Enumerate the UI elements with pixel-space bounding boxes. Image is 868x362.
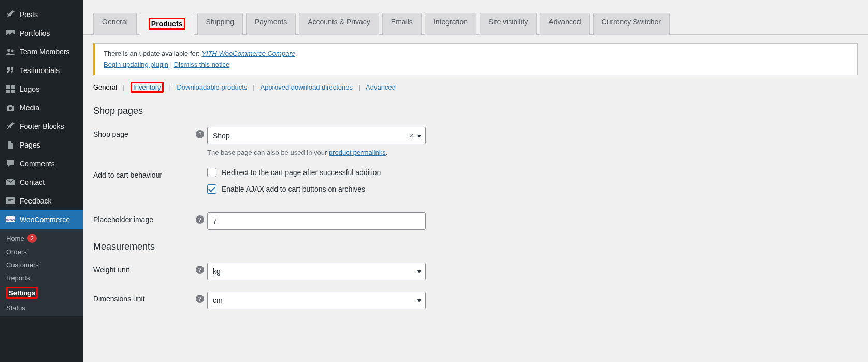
shop-page-description: The base page can also be used in your p… — [207, 149, 518, 156]
sidebar-item-testimonials[interactable]: Testimonials — [0, 61, 83, 80]
tab-accounts-privacy[interactable]: Accounts & Privacy — [299, 13, 379, 35]
row-add-to-cart: Add to cart behaviour Redirect to the ca… — [93, 168, 858, 201]
tab-site-visibility[interactable]: Site visibility — [480, 13, 537, 35]
woocommerce-icon: Woo — [5, 214, 16, 225]
help-icon[interactable]: ? — [196, 295, 204, 303]
checkbox-ajax-row[interactable]: Enable AJAX add to cart buttons on archi… — [207, 184, 518, 194]
svg-rect-4 — [11, 85, 15, 89]
tab-advanced[interactable]: Advanced — [540, 13, 589, 35]
pin-icon — [5, 121, 16, 132]
product-permalinks-link[interactable]: product permalinks — [329, 149, 386, 156]
desc-text: The base page can also be used in your — [207, 149, 329, 156]
tab-currency-switcher[interactable]: Currency Switcher — [593, 13, 670, 35]
sidebar-label: Media — [20, 104, 39, 112]
sidebar-item-feedback[interactable]: Feedback — [0, 192, 83, 210]
label-shop-page: Shop page ? — [93, 127, 207, 138]
clear-icon[interactable]: × — [409, 132, 413, 140]
notice-plugin-link[interactable]: YITH WooCommerce Compare — [201, 50, 295, 57]
admin-sidebar: Posts Portfolios Team Members Testimonia… — [0, 0, 83, 362]
subnav-approved-dirs[interactable]: Approved download directories — [260, 83, 353, 91]
sidebar-sub-home[interactable]: Home 2 — [0, 231, 83, 245]
subnav-sep: | — [167, 83, 173, 91]
comment-icon — [5, 158, 16, 169]
begin-update-link[interactable]: Begin updating plugin — [104, 61, 168, 68]
sidebar-item-team-members[interactable]: Team Members — [0, 42, 83, 61]
weight-unit-select[interactable]: kg ▾ — [207, 263, 426, 280]
label-text: Add to cart behaviour — [93, 171, 162, 179]
sidebar-label: Feedback — [20, 197, 51, 205]
sidebar-sub-label: Customers — [6, 261, 39, 269]
tab-payments[interactable]: Payments — [246, 13, 296, 35]
row-dimensions-unit: Dimensions unit ? cm ▾ — [93, 292, 858, 309]
svg-text:Woo: Woo — [6, 218, 15, 222]
main-content: General Products Shipping Payments Accou… — [83, 0, 868, 362]
checkbox-redirect[interactable] — [207, 168, 216, 177]
svg-rect-5 — [6, 90, 10, 93]
chevron-down-icon: ▾ — [417, 132, 421, 140]
subnav-general[interactable]: General — [93, 83, 117, 91]
svg-rect-3 — [6, 85, 10, 89]
sidebar-item-posts[interactable]: Posts — [0, 5, 83, 24]
subnav-sep: | — [357, 83, 363, 91]
sidebar-sub-settings[interactable]: Settings — [0, 284, 83, 301]
sidebar-item-comments[interactable]: Comments — [0, 154, 83, 173]
woocommerce-submenu: Home 2 Orders Customers Reports Settings… — [0, 229, 83, 316]
sidebar-label: Pages — [20, 141, 40, 149]
grid-icon — [5, 84, 16, 94]
sidebar-item-portfolios[interactable]: Portfolios — [0, 24, 83, 42]
select-value: Shop — [213, 132, 230, 140]
quote-icon — [5, 65, 16, 76]
label-text: Placeholder image — [93, 215, 153, 224]
svg-point-1 — [7, 49, 10, 52]
sidebar-item-logos[interactable]: Logos — [0, 80, 83, 98]
sidebar-label: WooCommerce — [20, 215, 70, 224]
checkbox-redirect-row[interactable]: Redirect to the cart page after successf… — [207, 168, 518, 177]
subnav-downloadable[interactable]: Downloadable products — [177, 83, 247, 91]
tab-products[interactable]: Products — [140, 13, 194, 35]
tab-integration[interactable]: Integration — [425, 13, 476, 35]
sidebar-sub-orders[interactable]: Orders — [0, 245, 83, 258]
sidebar-sub-customers[interactable]: Customers — [0, 258, 83, 271]
subnav-advanced[interactable]: Advanced — [366, 83, 396, 91]
sidebar-sub-label: Home — [6, 235, 24, 242]
help-icon[interactable]: ? — [196, 130, 204, 138]
dismiss-notice-link[interactable]: Dismiss this notice — [174, 61, 230, 68]
label-text: Dimensions unit — [93, 295, 145, 303]
checkbox-label: Enable AJAX add to cart buttons on archi… — [222, 185, 365, 193]
help-icon[interactable]: ? — [196, 215, 204, 224]
notice-dot: . — [295, 50, 297, 57]
help-icon[interactable]: ? — [196, 266, 204, 274]
tab-general[interactable]: General — [93, 13, 137, 35]
tab-emails[interactable]: Emails — [382, 13, 422, 35]
highlight-products-tab: Products — [149, 18, 185, 30]
label-dimensions-unit: Dimensions unit ? — [93, 292, 207, 303]
label-text: Weight unit — [93, 266, 129, 274]
sidebar-item-woocommerce[interactable]: Woo WooCommerce — [0, 210, 83, 229]
sidebar-label: Team Members — [20, 48, 69, 56]
row-shop-page: Shop page ? Shop × ▾ The base page can a… — [93, 127, 858, 156]
sidebar-item-contact[interactable]: Contact — [0, 173, 83, 192]
notice-sep: | — [170, 61, 174, 68]
sidebar-item-pages[interactable]: Pages — [0, 136, 83, 154]
sidebar-item-footer-blocks[interactable]: Footer Blocks — [0, 117, 83, 136]
subnav-sep: | — [121, 83, 127, 91]
users-icon — [5, 47, 16, 57]
svg-point-7 — [9, 107, 12, 110]
checkbox-ajax[interactable] — [207, 184, 216, 194]
tab-shipping[interactable]: Shipping — [197, 13, 243, 35]
sidebar-sub-status[interactable]: Status — [0, 301, 83, 314]
sidebar-label: Portfolios — [20, 29, 50, 37]
select-value: cm — [213, 296, 223, 305]
shop-page-select[interactable]: Shop × ▾ — [207, 127, 426, 144]
dimensions-unit-select[interactable]: cm ▾ — [207, 292, 426, 309]
subnav-sep: | — [251, 83, 257, 91]
subnav-inventory[interactable]: Inventory — [133, 83, 161, 91]
sidebar-sub-label: Status — [6, 304, 25, 312]
row-placeholder-image: Placeholder image ? — [93, 212, 858, 230]
sidebar-item-media[interactable]: Media — [0, 98, 83, 117]
placeholder-image-input[interactable] — [207, 212, 426, 230]
svg-rect-6 — [11, 90, 15, 93]
section-measurements: Measurements — [93, 241, 858, 252]
sidebar-label: Comments — [20, 160, 55, 168]
sidebar-sub-reports[interactable]: Reports — [0, 271, 83, 284]
